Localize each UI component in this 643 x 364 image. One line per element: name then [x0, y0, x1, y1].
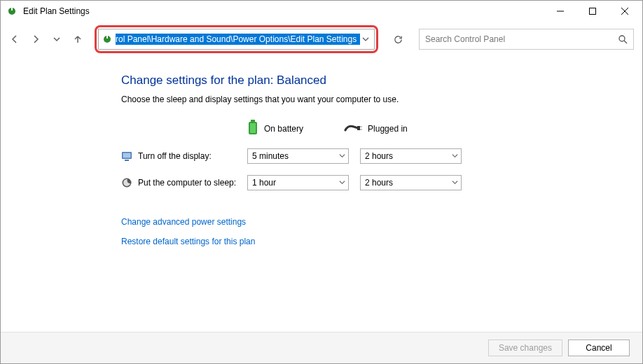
- svg-rect-3: [590, 8, 596, 15]
- display-battery-select[interactable]: 5 minutes: [247, 148, 349, 164]
- search-icon: [618, 34, 628, 44]
- col-battery: On battery: [247, 120, 303, 137]
- minimize-button[interactable]: [544, 1, 576, 22]
- svg-rect-1: [11, 8, 13, 10]
- display-icon: [121, 150, 132, 162]
- plug-icon: [344, 122, 362, 135]
- address-bar[interactable]: rol Panel\Hardware and Sound\Power Optio…: [98, 29, 375, 50]
- svg-point-8: [619, 36, 625, 41]
- sleep-icon: [121, 177, 132, 188]
- battery-icon: [247, 120, 258, 137]
- chevron-down-icon: [339, 151, 345, 161]
- col-battery-label: On battery: [264, 124, 303, 134]
- app-icon: [6, 6, 18, 17]
- row-display: Turn off the display: 5 minutes 2 hours: [121, 148, 642, 164]
- search-box[interactable]: [419, 29, 634, 50]
- svg-line-9: [624, 41, 627, 43]
- window: Edit Plan Settings rol Panel\Hardware an…: [0, 0, 643, 364]
- svg-rect-18: [125, 160, 129, 161]
- window-controls: [544, 1, 641, 22]
- cancel-button[interactable]: Cancel: [568, 340, 630, 356]
- address-dropdown[interactable]: [360, 34, 371, 45]
- address-text[interactable]: rol Panel\Hardware and Sound\Power Optio…: [116, 34, 360, 45]
- svg-rect-13: [357, 126, 360, 130]
- links: Change advanced power settings Restore d…: [121, 217, 642, 246]
- svg-rect-12: [250, 123, 256, 133]
- search-input[interactable]: [425, 34, 618, 44]
- content: Change settings for the plan: Balanced C…: [1, 57, 642, 332]
- recent-dropdown[interactable]: [51, 34, 62, 45]
- row-sleep: Put the computer to sleep: 1 hour 2 hour…: [121, 175, 642, 190]
- row-display-label: Turn off the display:: [138, 151, 247, 161]
- save-button[interactable]: Save changes: [488, 340, 562, 356]
- sleep-plugged-select[interactable]: 2 hours: [360, 175, 462, 190]
- maximize-button[interactable]: [576, 1, 609, 22]
- chevron-down-icon: [452, 178, 458, 188]
- chevron-down-icon: [452, 151, 458, 161]
- back-button[interactable]: [9, 34, 20, 45]
- col-plugged: Plugged in: [344, 120, 408, 137]
- window-title: Edit Plan Settings: [23, 6, 544, 16]
- refresh-button[interactable]: [388, 29, 408, 50]
- col-plugged-label: Plugged in: [368, 124, 408, 134]
- chevron-down-icon: [339, 178, 345, 188]
- page-subtext: Choose the sleep and display settings th…: [121, 94, 642, 104]
- page-heading: Change settings for the plan: Balanced: [121, 74, 642, 88]
- nav-row: rol Panel\Hardware and Sound\Power Optio…: [1, 22, 642, 57]
- nav-buttons: [9, 34, 83, 45]
- highlight-annotation: rol Panel\Hardware and Sound\Power Optio…: [95, 25, 378, 53]
- svg-rect-17: [123, 153, 131, 158]
- address-icon: [102, 34, 113, 45]
- row-sleep-label: Put the computer to sleep:: [138, 178, 247, 188]
- column-headers: On battery Plugged in: [247, 120, 642, 137]
- link-restore[interactable]: Restore default settings for this plan: [121, 237, 642, 246]
- sleep-battery-select[interactable]: 1 hour: [247, 175, 349, 190]
- footer: Save changes Cancel: [1, 332, 642, 363]
- svg-rect-7: [106, 36, 108, 38]
- titlebar: Edit Plan Settings: [1, 1, 642, 22]
- forward-button[interactable]: [30, 34, 41, 45]
- svg-rect-10: [251, 120, 255, 122]
- display-plugged-select[interactable]: 2 hours: [360, 148, 462, 164]
- up-button[interactable]: [72, 34, 83, 45]
- close-button[interactable]: [609, 1, 641, 22]
- link-advanced[interactable]: Change advanced power settings: [121, 217, 642, 227]
